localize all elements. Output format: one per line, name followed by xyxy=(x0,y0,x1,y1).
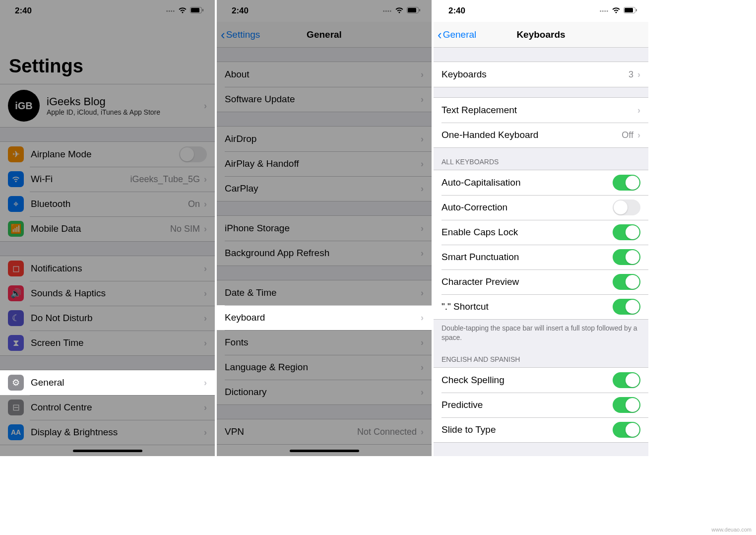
row-background-app-refresh[interactable]: Background App Refresh› xyxy=(217,241,432,266)
gear-icon: ⚙ xyxy=(8,375,24,391)
text-size-icon: AA xyxy=(8,424,24,440)
caps-lock-toggle[interactable] xyxy=(613,224,640,240)
row-display-brightness[interactable]: AA Display & Brightness › xyxy=(0,420,215,445)
status-bar: 2:40 •••• xyxy=(0,0,215,22)
home-indicator[interactable] xyxy=(290,450,359,452)
chevron-right-icon: › xyxy=(637,69,640,80)
three-screenshots-layout: 2:40 •••• Settings iGB iGeeks Blog Apple… xyxy=(0,0,756,535)
dot-shortcut-toggle[interactable] xyxy=(613,299,640,315)
row-language-region[interactable]: Language & Region› xyxy=(217,355,432,380)
row-notifications[interactable]: ◻ Notifications › xyxy=(0,256,215,281)
row-auto-correction: Auto-Correction xyxy=(434,195,648,220)
svg-rect-1 xyxy=(191,8,199,12)
profile-subtitle: Apple ID, iCloud, iTunes & App Store xyxy=(47,108,204,116)
section-footer-dot-shortcut: Double-tapping the space bar will insert… xyxy=(434,320,648,345)
smart-punctuation-toggle[interactable] xyxy=(613,249,640,265)
nav-title: Keyboards xyxy=(516,29,565,40)
watermark: www.deuao.com xyxy=(710,526,753,533)
chevron-right-icon: › xyxy=(204,338,207,348)
slide-to-type-toggle[interactable] xyxy=(613,422,640,438)
wifi-icon xyxy=(395,6,404,16)
chevron-left-icon: ‹ xyxy=(221,28,225,41)
battery-icon xyxy=(624,6,637,16)
airplane-toggle[interactable] xyxy=(179,146,207,162)
cellular-dots-icon: •••• xyxy=(166,8,175,14)
home-indicator[interactable] xyxy=(73,450,142,452)
chevron-right-icon: › xyxy=(421,159,424,169)
predictive-toggle[interactable] xyxy=(613,397,640,413)
chevron-right-icon: › xyxy=(637,130,640,140)
row-dot-shortcut: "." Shortcut xyxy=(434,294,648,319)
hourglass-icon: ⧗ xyxy=(8,335,24,351)
status-bar: 2:40 •••• xyxy=(434,0,648,22)
chevron-right-icon: › xyxy=(421,387,424,398)
apple-id-row[interactable]: iGB iGeeks Blog Apple ID, iCloud, iTunes… xyxy=(0,84,215,128)
status-time: 2:40 xyxy=(448,6,465,16)
chevron-right-icon: › xyxy=(421,288,424,298)
screen-settings-root: 2:40 •••• Settings iGB iGeeks Blog Apple… xyxy=(0,0,215,456)
chevron-right-icon: › xyxy=(421,223,424,234)
bluetooth-icon: ⌖ xyxy=(8,196,24,212)
sounds-icon: 🔊 xyxy=(8,285,24,301)
chevron-right-icon: › xyxy=(204,402,207,413)
row-iphone-storage[interactable]: iPhone Storage› xyxy=(217,216,432,241)
row-sounds[interactable]: 🔊 Sounds & Haptics › xyxy=(0,281,215,306)
row-airdrop[interactable]: AirDrop› xyxy=(217,127,432,151)
back-button[interactable]: ‹ General xyxy=(438,28,476,41)
chevron-right-icon: › xyxy=(421,134,424,144)
moon-icon: ☾ xyxy=(8,310,24,326)
chevron-right-icon: › xyxy=(637,105,640,116)
chevron-right-icon: › xyxy=(204,288,207,299)
section-header-english-spanish: ENGLISH AND SPANISH xyxy=(434,345,648,367)
auto-capitalisation-toggle[interactable] xyxy=(613,175,640,191)
nav-bar: ‹ General Keyboards xyxy=(434,22,648,48)
row-about[interactable]: About› xyxy=(217,62,432,87)
row-text-replacement[interactable]: Text Replacement › xyxy=(434,98,648,123)
row-one-handed-keyboard[interactable]: One-Handed Keyboard Off › xyxy=(434,123,648,147)
row-keyboards-list[interactable]: Keyboards 3 › xyxy=(434,62,648,87)
row-date-time[interactable]: Date & Time› xyxy=(217,280,432,305)
row-bluetooth[interactable]: ⌖ Bluetooth On › xyxy=(0,192,215,216)
battery-icon xyxy=(407,6,421,16)
screen-general: 2:40 •••• ‹ Settings General About› Soft… xyxy=(217,0,432,456)
row-carplay[interactable]: CarPlay› xyxy=(217,176,432,201)
row-general[interactable]: ⚙ General › xyxy=(0,370,215,395)
row-mobile-data[interactable]: 📶 Mobile Data No SIM › xyxy=(0,216,215,241)
row-airplane-mode[interactable]: ✈ Airplane Mode xyxy=(0,142,215,167)
row-keyboard[interactable]: Keyboard› xyxy=(217,305,432,330)
row-screen-time[interactable]: ⧗ Screen Time › xyxy=(0,331,215,355)
svg-rect-5 xyxy=(419,9,420,11)
status-bar: 2:40 •••• xyxy=(217,0,432,22)
row-software-update[interactable]: Software Update› xyxy=(217,87,432,112)
svg-rect-7 xyxy=(625,8,633,12)
row-character-preview: Character Preview xyxy=(434,269,648,294)
wifi-icon xyxy=(612,6,621,16)
row-dictionary[interactable]: Dictionary› xyxy=(217,380,432,404)
notifications-icon: ◻ xyxy=(8,261,24,276)
cellular-icon: 📶 xyxy=(8,221,24,237)
back-button[interactable]: ‹ Settings xyxy=(221,28,260,41)
check-spelling-toggle[interactable] xyxy=(613,372,640,388)
chevron-right-icon: › xyxy=(204,378,207,388)
chevron-right-icon: › xyxy=(421,362,424,373)
auto-correction-toggle[interactable] xyxy=(613,200,640,215)
battery-icon xyxy=(190,6,204,16)
row-dnd[interactable]: ☾ Do Not Disturb › xyxy=(0,306,215,331)
svg-rect-4 xyxy=(408,8,416,12)
page-title: Settings xyxy=(0,22,215,84)
chevron-right-icon: › xyxy=(204,224,207,234)
character-preview-toggle[interactable] xyxy=(613,274,640,290)
chevron-right-icon: › xyxy=(204,264,207,274)
row-airplay-handoff[interactable]: AirPlay & Handoff› xyxy=(217,151,432,176)
row-fonts[interactable]: Fonts› xyxy=(217,330,432,355)
row-wifi[interactable]: Wi-Fi iGeeks_Tube_5G › xyxy=(0,167,215,192)
chevron-right-icon: › xyxy=(421,248,424,259)
chevron-right-icon: › xyxy=(204,174,207,185)
wifi-icon xyxy=(178,6,187,16)
svg-rect-2 xyxy=(202,9,203,11)
row-control-centre[interactable]: ⊟ Control Centre › xyxy=(0,395,215,420)
row-auto-capitalisation: Auto-Capitalisation xyxy=(434,170,648,195)
section-header-all-keyboards: ALL KEYBOARDS xyxy=(434,148,648,170)
row-vpn[interactable]: VPNNot Connected› xyxy=(217,419,432,444)
row-predictive: Predictive xyxy=(434,393,648,417)
